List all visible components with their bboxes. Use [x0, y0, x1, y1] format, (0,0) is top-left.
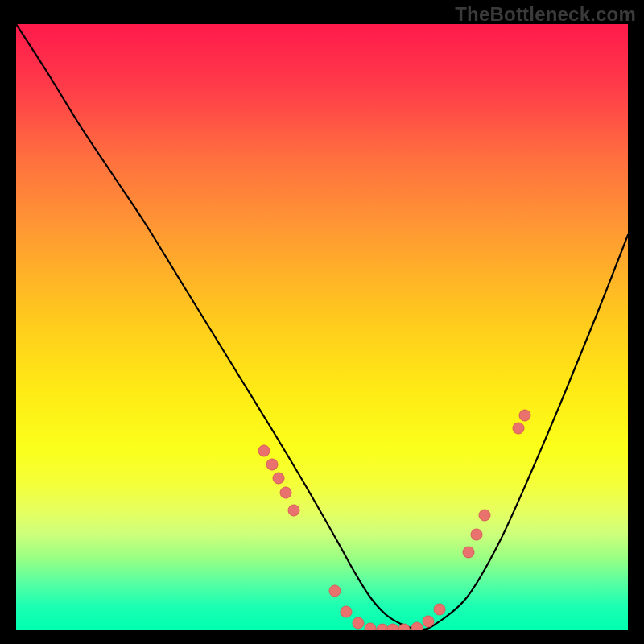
- curve-dot: [341, 606, 352, 617]
- curve-dot: [479, 510, 490, 521]
- curve-dot: [411, 622, 423, 630]
- watermark-text: TheBottleneck.com: [455, 3, 636, 26]
- curve-dot: [513, 423, 524, 434]
- curve-dot: [471, 529, 482, 540]
- bottleneck-curve-chart: [16, 24, 628, 630]
- curve-dot: [377, 624, 388, 630]
- curve-dot: [353, 617, 364, 629]
- curve-dot: [463, 547, 474, 558]
- curve-dot: [266, 459, 278, 470]
- curve-dot: [519, 410, 530, 421]
- curve-dot: [280, 487, 291, 498]
- curve-dots: [258, 410, 530, 630]
- curve-dot: [434, 604, 445, 615]
- curve-dot: [329, 585, 341, 597]
- bottleneck-curve: [16, 24, 628, 630]
- curve-dot: [258, 445, 270, 456]
- curve-dot: [365, 623, 376, 630]
- curve-dot: [273, 473, 284, 484]
- curve-dot: [288, 505, 299, 516]
- curve-dot: [387, 624, 398, 630]
- curve-dot: [398, 624, 410, 630]
- chart-frame: TheBottleneck.com: [0, 0, 644, 644]
- curve-dot: [423, 616, 434, 627]
